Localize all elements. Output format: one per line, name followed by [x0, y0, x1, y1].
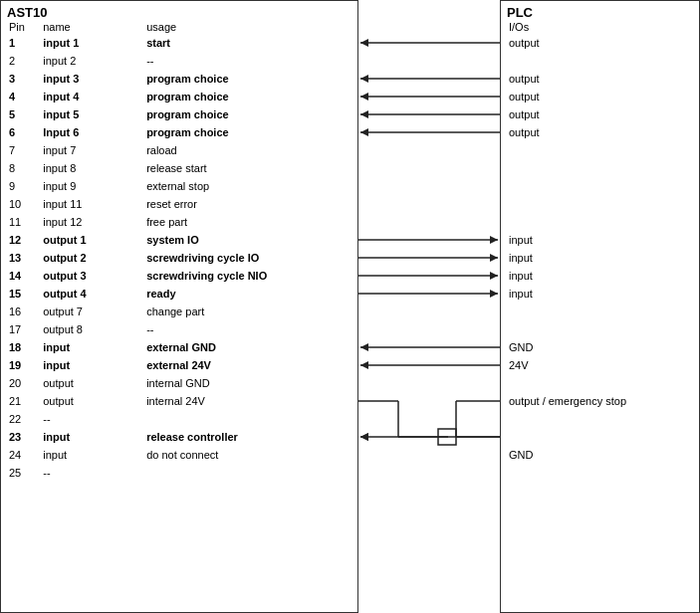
right-io-label [507, 428, 693, 446]
right-table-row: output / emergency stop [507, 392, 693, 410]
pin-usage: screwdriving cycle IO [144, 249, 351, 267]
right-table-row [507, 374, 693, 392]
pin-usage: program choice [144, 105, 351, 123]
right-io-label: output / emergency stop [507, 392, 693, 410]
table-row: 14output 3screwdriving cycle NIO [7, 267, 351, 285]
pin-number: 1 [7, 34, 41, 52]
header-usage: usage [144, 20, 351, 34]
right-io-label [507, 159, 693, 177]
pin-usage: internal 24V [144, 392, 351, 410]
right-table-row [507, 428, 693, 446]
right-table-row [507, 159, 693, 177]
pin-name: output 1 [41, 231, 144, 249]
svg-marker-23 [490, 290, 498, 298]
svg-marker-3 [360, 75, 368, 83]
right-table-row [507, 141, 693, 159]
table-row: 15output 4ready [7, 285, 351, 303]
pin-usage: free part [144, 213, 351, 231]
right-table-row [507, 410, 693, 428]
pin-number: 15 [7, 285, 41, 303]
pin-name: input [41, 356, 144, 374]
pin-name: input [41, 446, 144, 464]
pin-number: 12 [7, 231, 41, 249]
svg-marker-21 [490, 272, 498, 280]
pin-number: 16 [7, 303, 41, 320]
svg-marker-7 [360, 110, 368, 118]
right-table-row [507, 195, 693, 213]
right-table-row: GND [507, 446, 693, 464]
pin-number: 6 [7, 123, 41, 141]
table-row: 2input 2-- [7, 52, 351, 70]
pin-name: output 8 [41, 320, 144, 338]
table-row: 18inputexternal GND [7, 338, 351, 356]
svg-marker-11 [360, 343, 368, 351]
pin-table: Pin name usage 1input 1start2input 2--3i… [7, 20, 351, 482]
pin-usage: external GND [144, 338, 351, 356]
pin-usage: program choice [144, 70, 351, 88]
pin-number: 23 [7, 428, 41, 446]
right-table: I/Os outputoutputoutputoutputoutputinput… [507, 20, 693, 482]
pin-usage: do not connect [144, 446, 351, 464]
table-row: 4input 4program choice [7, 88, 351, 105]
left-panel: AST10 Pin name usage 1input 1start2input… [0, 0, 358, 613]
right-io-label [507, 195, 693, 213]
pin-number: 9 [7, 177, 41, 195]
right-io-label [507, 374, 693, 392]
right-table-row: output [507, 34, 693, 52]
right-table-row: output [507, 105, 693, 123]
pin-number: 11 [7, 213, 41, 231]
pin-number: 22 [7, 410, 41, 428]
right-table-row: output [507, 123, 693, 141]
pin-name: Input 6 [41, 123, 144, 141]
table-row: 3input 3program choice [7, 70, 351, 88]
svg-marker-17 [490, 236, 498, 244]
left-title: AST10 [7, 5, 351, 20]
right-io-label: GND [507, 446, 693, 464]
right-io-label: output [507, 34, 693, 52]
pin-usage: ready [144, 285, 351, 303]
pin-name: input 11 [41, 195, 144, 213]
right-panel: PLC I/Os outputoutputoutputoutputoutputi… [500, 0, 700, 613]
pin-name: input [41, 428, 144, 446]
pin-number: 7 [7, 141, 41, 159]
right-io-label [507, 52, 693, 70]
table-header-row: Pin name usage [7, 20, 351, 34]
table-row: 11input 12free part [7, 213, 351, 231]
pin-number: 3 [7, 70, 41, 88]
pin-number: 21 [7, 392, 41, 410]
pin-usage: -- [144, 52, 351, 70]
table-row: 19inputexternal 24V [7, 356, 351, 374]
pin-name: input 4 [41, 88, 144, 105]
pin-name: input 2 [41, 52, 144, 70]
table-row: 12output 1system IO [7, 231, 351, 249]
pin-name: output 4 [41, 285, 144, 303]
table-row: 13output 2screwdriving cycle IO [7, 249, 351, 267]
pin-usage: external 24V [144, 356, 351, 374]
pin-usage: program choice [144, 88, 351, 105]
pin-name: input 9 [41, 177, 144, 195]
table-row: 6Input 6program choice [7, 123, 351, 141]
table-row: 7input 7raload [7, 141, 351, 159]
header-name: name [41, 20, 144, 34]
pin-number: 2 [7, 52, 41, 70]
right-io-label [507, 303, 693, 320]
right-io-label: output [507, 88, 693, 105]
pin-number: 13 [7, 249, 41, 267]
svg-marker-15 [360, 433, 368, 441]
pin-name: input 8 [41, 159, 144, 177]
right-io-label: output [507, 105, 693, 123]
table-row: 17output 8-- [7, 320, 351, 338]
right-io-label: GND [507, 338, 693, 356]
svg-rect-27 [438, 429, 456, 445]
pin-number: 24 [7, 446, 41, 464]
pin-number: 8 [7, 159, 41, 177]
pin-usage [144, 410, 351, 428]
pin-usage: reset error [144, 195, 351, 213]
pin-usage: program choice [144, 123, 351, 141]
right-table-row [507, 177, 693, 195]
table-row: 16output 7change part [7, 303, 351, 320]
right-table-row: input [507, 249, 693, 267]
pin-usage: change part [144, 303, 351, 320]
right-table-row: input [507, 267, 693, 285]
table-row: 20outputinternal GND [7, 374, 351, 392]
